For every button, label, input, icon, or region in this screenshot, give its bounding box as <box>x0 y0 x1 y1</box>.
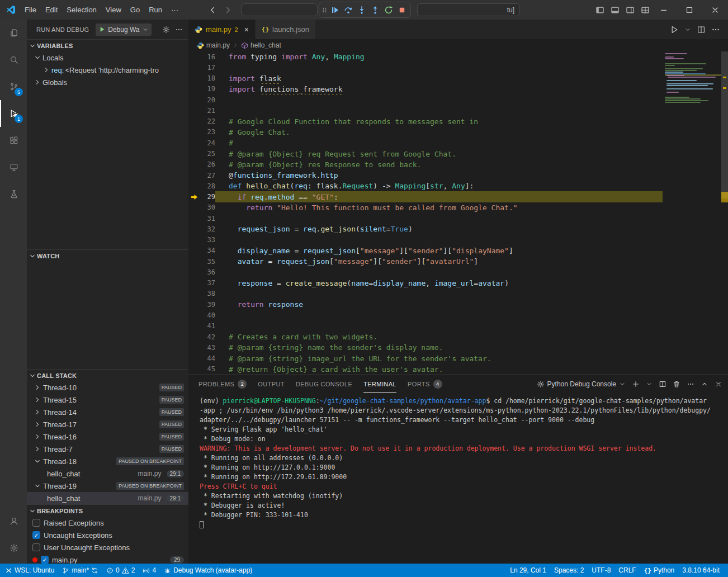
breadcrumb-file[interactable]: main.py <box>206 41 230 49</box>
code-line-35[interactable]: 35 avatar = request_json["message"]["sen… <box>188 256 728 267</box>
debug-config-select[interactable]: Debug Wa <box>108 26 139 34</box>
views-more-actions-icon[interactable] <box>175 26 183 34</box>
checkbox[interactable] <box>32 543 40 551</box>
menu-more[interactable]: ··· <box>167 4 183 16</box>
activity-search[interactable] <box>0 46 27 73</box>
variables-section-header[interactable]: VARIABLES <box>27 39 188 51</box>
gutter-breakpoint-zone[interactable] <box>188 138 200 148</box>
activity-accounts[interactable] <box>0 508 27 535</box>
terminal-output[interactable]: (env) pierrick@LAPTOP-HKU5PNNG:~/git/goo… <box>188 393 728 529</box>
thread-thread-7[interactable]: Thread-7PAUSED <box>27 443 188 455</box>
step-over-button[interactable] <box>342 3 355 17</box>
gutter-breakpoint-zone[interactable] <box>188 235 200 245</box>
code-line-23[interactable]: 23# Google Chat. <box>188 127 728 138</box>
scrollbar-thumb[interactable] <box>721 51 728 198</box>
gutter-breakpoint-zone[interactable] <box>188 256 200 267</box>
breakpoint-raised-exceptions[interactable]: Raised Exceptions <box>27 517 188 529</box>
command-center-search[interactable] <box>242 3 318 16</box>
new-terminal-icon[interactable] <box>632 380 640 388</box>
minimap[interactable] <box>663 53 721 103</box>
call-stack-section-header[interactable]: CALL STACK <box>27 369 188 381</box>
step-out-button[interactable] <box>368 3 382 17</box>
menu-file[interactable]: File <box>20 4 41 16</box>
split-terminal-icon[interactable] <box>659 380 666 388</box>
breadcrumb-symbol[interactable]: hello_chat <box>250 41 281 49</box>
close-window-icon[interactable] <box>711 6 720 15</box>
code-line-21[interactable]: 21 <box>188 105 728 116</box>
code-line-41[interactable]: 41 <box>188 321 728 332</box>
gutter-breakpoint-zone[interactable] <box>188 84 200 94</box>
debug-launch-controls[interactable]: Debug Wa <box>96 23 151 36</box>
toggle-panel-icon[interactable] <box>611 6 620 15</box>
step-into-button[interactable] <box>355 3 368 17</box>
problems[interactable]: 02 <box>102 564 139 577</box>
gutter-breakpoint-zone[interactable] <box>188 278 200 288</box>
activity-source-control[interactable]: 5 <box>0 73 27 100</box>
activity-manage[interactable] <box>0 535 27 561</box>
code-line-18[interactable]: 18import flask <box>188 73 728 84</box>
remote-indicator[interactable]: WSL: Ubuntu <box>1 564 58 577</box>
gutter-breakpoint-zone[interactable] <box>188 94 200 105</box>
code-line-33[interactable]: 33 <box>188 235 728 245</box>
minimize-icon[interactable] <box>659 6 668 15</box>
menu-go[interactable]: Go <box>126 4 144 16</box>
gutter-breakpoint-zone[interactable] <box>188 332 200 342</box>
toggle-secondary-sidebar-icon[interactable] <box>626 6 635 15</box>
panel-tab-ports[interactable]: PORTS4 <box>408 375 442 393</box>
toggle-primary-sidebar-icon[interactable] <box>595 6 604 15</box>
gutter-breakpoint-zone[interactable] <box>188 116 200 127</box>
gutter-breakpoint-zone[interactable] <box>188 148 200 159</box>
gutter-breakpoint-zone[interactable] <box>188 159 200 170</box>
code-line-30[interactable]: 30 return "Hello! This function must be … <box>188 202 728 213</box>
thread-thread-17[interactable]: Thread-17PAUSED <box>27 418 188 431</box>
encoding[interactable]: UTF-8 <box>588 564 614 577</box>
code-line-34[interactable]: 34 display_name = request_json["message"… <box>188 245 728 256</box>
gutter-breakpoint-zone[interactable] <box>188 127 200 138</box>
code-line-26[interactable]: 26# @param {Object} res Response to send… <box>188 159 728 170</box>
code-line-29[interactable]: 29 if req.method == "GET": <box>188 191 728 202</box>
variables-locals-row[interactable]: Locals <box>27 51 188 64</box>
gutter-breakpoint-zone[interactable] <box>188 321 200 332</box>
indentation[interactable]: Spaces: 2 <box>550 564 588 577</box>
code-line-28[interactable]: 28def hello_chat(req: flask.Request) -> … <box>188 181 728 191</box>
gutter-breakpoint-zone[interactable] <box>188 181 200 191</box>
tab-launch-json[interactable]: {}launch.json <box>256 20 316 39</box>
code-editor[interactable]: 16from typing import Any, Mapping1718imp… <box>188 51 728 375</box>
customize-layout-icon[interactable] <box>641 6 650 15</box>
activity-run-and-debug[interactable]: 1 <box>0 100 27 127</box>
checkbox[interactable]: ✓ <box>32 531 40 539</box>
maximize-icon[interactable] <box>685 6 694 15</box>
panel-tab-output[interactable]: OUTPUT <box>258 375 285 393</box>
split-editor-icon[interactable] <box>697 25 706 34</box>
cursor-position[interactable]: Ln 29, Col 1 <box>506 564 550 577</box>
thread-thread-10[interactable]: Thread-10PAUSED <box>27 381 188 394</box>
run-python-file-icon[interactable] <box>670 25 679 34</box>
code-line-16[interactable]: 16from typing import Any, Mapping <box>188 51 728 62</box>
gutter-breakpoint-zone[interactable] <box>188 310 200 320</box>
checkbox[interactable]: ✓ <box>41 556 49 564</box>
panel-tab-problems[interactable]: PROBLEMS2 <box>198 375 247 393</box>
language-mode[interactable]: {}Python <box>640 564 679 577</box>
breakpoints-section-header[interactable]: BREAKPOINTS <box>27 504 188 517</box>
gutter-breakpoint-zone[interactable] <box>188 73 200 84</box>
gutter-breakpoint-zone[interactable] <box>188 213 200 224</box>
code-line-40[interactable]: 40 <box>188 310 728 320</box>
panel-more-actions-icon[interactable] <box>687 380 694 388</box>
activity-testing[interactable] <box>0 181 27 207</box>
code-line-32[interactable]: 32 request_json = req.get_json(silent=Tr… <box>188 224 728 234</box>
gutter-breakpoint-zone[interactable] <box>188 224 200 234</box>
gutter-breakpoint-zone[interactable] <box>188 342 200 353</box>
gutter-breakpoint-zone[interactable] <box>188 51 200 62</box>
watch-section-header[interactable]: WATCH <box>27 249 188 262</box>
debug-session[interactable]: Debug Watch (avatar-app) <box>160 564 256 577</box>
variable-req-row[interactable]: req: <Request 'http://charming-tro <box>27 64 188 76</box>
gutter-breakpoint-zone[interactable] <box>188 191 200 202</box>
code-line-22[interactable]: 22# Google Cloud Function that responds … <box>188 116 728 127</box>
menu-run[interactable]: Run <box>144 4 167 16</box>
menu-selection[interactable]: Selection <box>62 4 101 16</box>
code-line-20[interactable]: 20 <box>188 94 728 105</box>
code-line-43[interactable]: 43# @param {string} name the sender's di… <box>188 342 728 353</box>
thread-thread-18[interactable]: Thread-18PAUSED ON BREAKPOINT <box>27 455 188 467</box>
breakpoint-uncaught-exceptions[interactable]: ✓Uncaught Exceptions <box>27 529 188 541</box>
python-interpreter[interactable]: 3.8.10 64-bit <box>678 564 724 577</box>
